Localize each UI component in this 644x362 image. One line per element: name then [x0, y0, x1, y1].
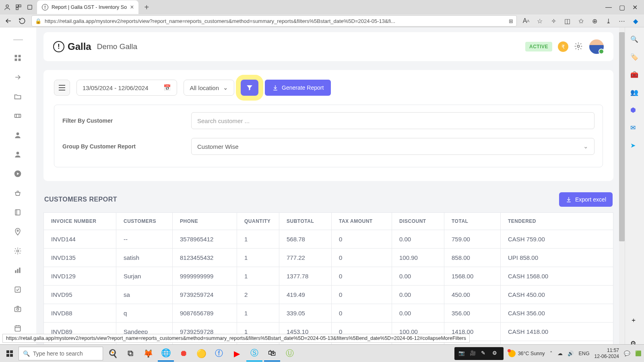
export-excel-button[interactable]: Export excel: [559, 192, 613, 207]
taskbar-facebook-icon[interactable]: ⓕ: [211, 346, 227, 362]
taskbar-edge-icon[interactable]: 🌐: [158, 346, 174, 362]
svg-rect-9: [15, 114, 21, 117]
taskbar-record-icon[interactable]: ⏺: [175, 346, 192, 362]
window-minimize-button[interactable]: —: [605, 4, 612, 11]
user-avatar[interactable]: [589, 39, 604, 54]
basket-icon[interactable]: [14, 189, 23, 198]
scrollbar-thumb[interactable]: [619, 32, 625, 241]
taskbar-clock[interactable]: 11:57 12-06-2024: [594, 348, 619, 359]
calendar-icon[interactable]: [14, 324, 23, 333]
cell-tax: 0: [332, 286, 392, 304]
split-screen-icon[interactable]: ◫: [563, 16, 572, 25]
collections-icon[interactable]: ⊕: [590, 16, 599, 25]
start-button[interactable]: [2, 346, 17, 361]
dashboard-icon[interactable]: [14, 54, 23, 63]
tray-notifications-icon[interactable]: 💬: [624, 350, 630, 356]
report-menu-button[interactable]: [54, 80, 70, 96]
table-row[interactable]: INVD129Surjan999999999911377.7800.001568…: [44, 267, 613, 286]
browser-tab[interactable]: ! Report | Galla GST - Inventory So ×: [37, 0, 138, 14]
taskbar-skype-icon[interactable]: Ⓢ: [246, 346, 262, 362]
user-icon[interactable]: [14, 131, 23, 140]
header-settings-button[interactable]: [574, 42, 584, 51]
folder-icon[interactable]: [14, 93, 23, 101]
search-sidebar-icon[interactable]: 🔍: [630, 35, 639, 44]
camera-icon[interactable]: [14, 305, 23, 314]
copilot-icon[interactable]: ◆: [631, 16, 640, 25]
send-icon[interactable]: ➤: [630, 142, 639, 150]
book-icon[interactable]: [14, 208, 23, 217]
people-icon[interactable]: 👥: [630, 88, 639, 97]
col-phone: PHONE: [173, 213, 237, 230]
nav-back-button[interactable]: [4, 16, 13, 25]
nav-refresh-button[interactable]: [18, 16, 27, 25]
downloads-icon[interactable]: ⤓: [604, 16, 613, 25]
svg-rect-4: [28, 5, 32, 10]
filter-toggle-button[interactable]: [241, 80, 258, 96]
brand-logo[interactable]: ! Galla: [53, 41, 91, 52]
user-alt-icon[interactable]: [14, 150, 23, 159]
tools-icon[interactable]: 🧰: [630, 71, 639, 80]
credits-icon[interactable]: ₹: [558, 41, 568, 52]
table-row[interactable]: INVD88q90876567891339.0500.00356.00CASH …: [44, 304, 613, 323]
extensions-icon[interactable]: ✧: [549, 16, 558, 25]
check-square-icon[interactable]: [14, 286, 23, 294]
filter-toolbar: 13/05/2024 - 12/06/2024 📅 All location ⌄…: [54, 80, 603, 96]
new-tab-button[interactable]: +: [142, 3, 151, 12]
tab-actions-icon[interactable]: [26, 3, 34, 11]
window-maximize-button[interactable]: ▢: [619, 4, 625, 11]
settings-icon[interactable]: [14, 247, 23, 256]
window-close-button[interactable]: ✕: [632, 4, 638, 11]
add-sidebar-icon[interactable]: ＋: [630, 316, 639, 325]
taskbar-app-u-icon[interactable]: Ⓤ: [282, 346, 298, 362]
cell-subtotal: 568.78: [279, 230, 332, 249]
play-circle-icon[interactable]: [14, 170, 23, 179]
more-menu-icon[interactable]: ⋯: [617, 16, 626, 25]
recording-panel[interactable]: 📷 🎥 ✎ ⚙: [454, 347, 504, 360]
office-icon[interactable]: ⬢: [630, 106, 639, 115]
tray-volume-icon[interactable]: 🔊: [568, 350, 574, 356]
weather-widget[interactable]: 36°C Sunny: [508, 350, 545, 357]
cell-total: 759.00: [444, 230, 501, 249]
cell-discount: 100.90: [392, 249, 444, 267]
tray-language[interactable]: ENG: [579, 351, 590, 356]
arrow-right-icon[interactable]: [14, 73, 23, 82]
location-dropdown[interactable]: All location ⌄: [184, 80, 234, 96]
table-row[interactable]: INVD95sa97392597242419.4900.00450.00CASH…: [44, 286, 613, 304]
cell-phone: 9999999999: [173, 267, 237, 286]
chart-bar-icon[interactable]: [14, 266, 23, 275]
taskbar-firefox-icon[interactable]: 🦊: [140, 346, 156, 362]
favorites-icon[interactable]: ✩: [576, 16, 585, 25]
address-bar[interactable]: 🔒 https://retail.galla.app/mystorev2/rep…: [31, 15, 517, 27]
tray-chevron-icon[interactable]: ˄: [550, 350, 553, 356]
taskbar-search[interactable]: 🔍 Type here to search: [19, 347, 103, 360]
funnel-icon: [246, 84, 253, 91]
text-size-icon[interactable]: AA: [522, 16, 530, 25]
table-row[interactable]: INVD144--35789654121568.7800.00759.00CAS…: [44, 230, 613, 249]
col-total: TOTAL: [444, 213, 501, 230]
location-value: All location: [190, 84, 219, 91]
profile-icon[interactable]: [3, 3, 11, 11]
outlook-icon[interactable]: ✉: [630, 124, 639, 133]
customer-search-input[interactable]: Search customer ...: [191, 112, 594, 129]
taskbar-chrome-icon[interactable]: 🟡: [193, 346, 209, 362]
table-row[interactable]: INVD135satish81234554321777.220100.90858…: [44, 249, 613, 267]
tab-close-button[interactable]: ×: [130, 4, 134, 11]
generate-report-button[interactable]: Generate Report: [265, 80, 331, 96]
taskbar-task-view-icon[interactable]: ⧉: [122, 346, 138, 362]
favorite-star-icon[interactable]: ☆: [535, 16, 544, 25]
cell-total: 356.00: [444, 304, 501, 323]
group-by-dropdown[interactable]: Customer Wise ⌄: [191, 138, 594, 155]
workspaces-icon[interactable]: [14, 3, 23, 11]
shopping-tag-icon[interactable]: 🏷️: [630, 53, 639, 62]
location-pin-icon[interactable]: [14, 228, 23, 237]
tray-cloud-icon[interactable]: ☁: [557, 350, 563, 356]
app-install-icon[interactable]: ⊞: [509, 18, 513, 24]
tray-app-icon[interactable]: 🟩: [635, 350, 642, 356]
taskbar-store-icon[interactable]: 🛍: [264, 346, 280, 362]
date-range-picker[interactable]: 13/05/2024 - 12/06/2024 📅: [76, 80, 177, 96]
voucher-icon[interactable]: [14, 112, 23, 121]
taskbar-app-cooking-icon[interactable]: 🍳: [105, 346, 121, 362]
sidebar-collapse-icon[interactable]: [13, 39, 23, 40]
clock-time: 11:57: [594, 348, 619, 353]
taskbar-youtube-icon[interactable]: ▶: [229, 346, 245, 362]
